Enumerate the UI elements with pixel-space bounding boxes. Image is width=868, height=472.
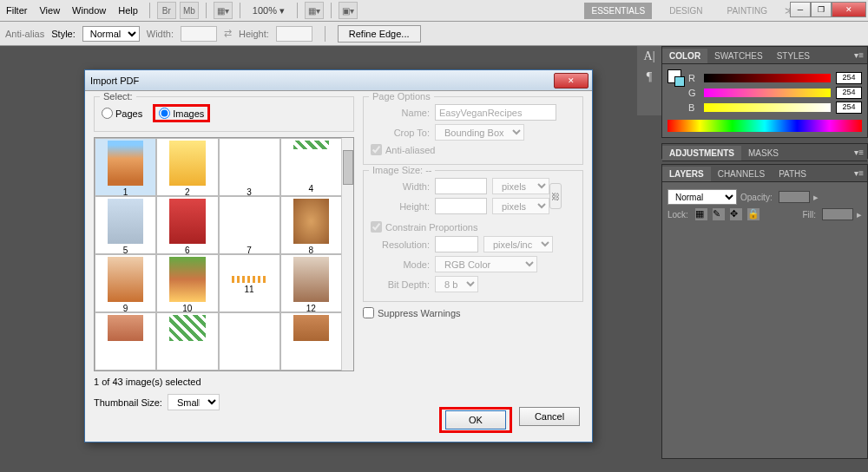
antialiased-checkbox <box>371 144 382 155</box>
lock-all-icon[interactable]: 🔒 <box>747 208 760 220</box>
suppress-label: Suppress Warnings <box>378 308 461 318</box>
thumb-12[interactable]: 12 <box>280 254 342 312</box>
tab-channels[interactable]: CHANNELS <box>711 167 772 181</box>
constrain-label: Constrain Proportions <box>385 222 477 233</box>
color-panel: COLOR SWATCHES STYLES ▾≡ R254 G254 B254 <box>661 46 868 138</box>
cropto-select: Bounding Box <box>435 124 524 141</box>
lock-label: Lock: <box>667 210 688 220</box>
panel-menu-icon[interactable]: ▾≡ <box>854 148 864 157</box>
close-button[interactable]: ✕ <box>832 2 866 17</box>
opacity-input[interactable] <box>779 191 810 203</box>
thumb-10[interactable]: 10 <box>156 254 218 312</box>
g-slider[interactable]: G254 <box>688 87 862 99</box>
suppress-checkbox[interactable] <box>363 307 374 318</box>
thumb-4[interactable]: 4 <box>280 138 342 196</box>
width-input[interactable] <box>181 26 217 42</box>
thumb-8[interactable]: 8 <box>280 196 342 254</box>
cropto-label: Crop To: <box>371 128 430 138</box>
thumb-3[interactable]: 3 <box>219 138 280 196</box>
thumb-7[interactable]: 7 <box>219 196 280 254</box>
thumb-14[interactable] <box>156 312 218 370</box>
select-legend: Select: <box>100 91 136 102</box>
thumbnail-grid[interactable]: 1 2 3 4 5 6 7 8 9 10 11 12 <box>94 137 354 371</box>
select-fieldset: Select: Pages Images <box>94 96 354 132</box>
tab-masks[interactable]: MASKS <box>741 146 786 161</box>
thumb-15[interactable] <box>219 312 280 370</box>
name-input <box>435 104 556 121</box>
height-label: Height: <box>239 29 269 39</box>
thumb-1[interactable]: 1 <box>95 138 156 196</box>
paragraph-panel-icon[interactable]: ¶ <box>637 67 661 88</box>
separator <box>325 26 326 42</box>
mode-select: RGB Color <box>435 256 537 272</box>
thumb-5[interactable]: 5 <box>95 196 156 254</box>
height-input <box>435 198 487 214</box>
tab-layers[interactable]: LAYERS <box>662 167 711 181</box>
arrange-docs-icon[interactable]: ▦▾ <box>305 2 324 19</box>
images-highlight: Images <box>153 104 210 122</box>
zoom-level[interactable]: 100% ▾ <box>246 5 292 16</box>
style-select[interactable]: Normal <box>82 26 140 42</box>
menu-filter[interactable]: Filter <box>0 5 33 16</box>
lock-position-icon[interactable]: ✥ <box>730 208 742 220</box>
images-radio[interactable]: Images <box>159 108 204 119</box>
thumb-16[interactable] <box>280 312 342 370</box>
width-unit-select: pixels <box>492 178 549 194</box>
tab-swatches[interactable]: SWATCHES <box>707 49 770 63</box>
screen-mode-icon[interactable]: ▦▾ <box>214 2 233 19</box>
menu-view[interactable]: View <box>33 5 66 16</box>
fill-input[interactable] <box>822 208 853 220</box>
tab-styles[interactable]: STYLES <box>770 49 817 63</box>
workspace-design[interactable]: DESIGN <box>662 3 709 19</box>
color-spectrum[interactable] <box>667 120 862 132</box>
separator <box>149 3 150 18</box>
thumb-6[interactable]: 6 <box>156 196 218 254</box>
thumbsize-select[interactable]: Small <box>168 394 220 410</box>
window-controls: ─ ❐ ✕ <box>790 2 866 17</box>
height-label: Height: <box>371 201 430 212</box>
dialog-close-button[interactable]: ✕ <box>554 73 589 88</box>
thumb-2[interactable]: 2 <box>156 138 218 196</box>
blend-mode-select[interactable]: Normal <box>667 189 737 205</box>
workspace-essentials[interactable]: ESSENTIALS <box>584 3 652 19</box>
thumb-13[interactable] <box>95 312 156 370</box>
height-input[interactable] <box>276 26 312 42</box>
width-label: Width: <box>371 181 430 192</box>
workspace-painting[interactable]: PAINTING <box>720 3 774 19</box>
background-swatch[interactable] <box>674 76 685 87</box>
resolution-input <box>435 236 478 252</box>
minimize-button[interactable]: ─ <box>790 2 811 17</box>
menu-window[interactable]: Window <box>66 5 112 16</box>
bridge-icon[interactable]: Br <box>157 2 176 19</box>
dialog-titlebar[interactable]: Import PDF ✕ <box>85 70 592 91</box>
extras-icon[interactable]: ▣▾ <box>339 2 358 19</box>
lock-paint-icon[interactable]: ✎ <box>713 208 725 220</box>
tab-paths[interactable]: PATHS <box>772 167 813 181</box>
swap-icon[interactable]: ⇄ <box>224 28 232 39</box>
menu-help[interactable]: Help <box>112 5 144 16</box>
thumb-9[interactable]: 9 <box>95 254 156 312</box>
panel-menu-icon[interactable]: ▾≡ <box>854 50 864 60</box>
pages-radio[interactable]: Pages <box>102 108 142 119</box>
r-slider[interactable]: R254 <box>688 72 862 84</box>
page-options-legend: Page Options <box>369 91 434 102</box>
grid-scrollbar[interactable] <box>341 138 353 370</box>
lock-pixels-icon[interactable]: ▦ <box>695 208 707 220</box>
character-panel-icon[interactable]: A| <box>637 46 661 67</box>
width-label: Width: <box>147 29 174 39</box>
import-pdf-dialog: Import PDF ✕ Select: Pages Images 1 2 3 … <box>84 69 593 442</box>
cancel-button[interactable]: Cancel <box>519 407 580 426</box>
thumb-11[interactable]: 11 <box>219 254 280 312</box>
ok-button[interactable]: OK <box>445 410 506 429</box>
b-slider[interactable]: B254 <box>688 102 862 114</box>
restore-button[interactable]: ❐ <box>811 2 832 17</box>
adjustments-panel: ADJUSTMENTS MASKS ▾≡ <box>661 143 868 159</box>
image-size-legend: Image Size: -- <box>369 165 435 175</box>
refine-edge-button[interactable]: Refine Edge... <box>338 25 421 43</box>
minibridge-icon[interactable]: Mb <box>180 2 199 19</box>
resolution-unit-select: pixels/inch <box>483 236 553 252</box>
dialog-title: Import PDF <box>90 75 139 86</box>
tab-color[interactable]: COLOR <box>662 49 707 63</box>
panel-menu-icon[interactable]: ▾≡ <box>854 168 864 178</box>
tab-adjustments[interactable]: ADJUSTMENTS <box>662 146 741 161</box>
